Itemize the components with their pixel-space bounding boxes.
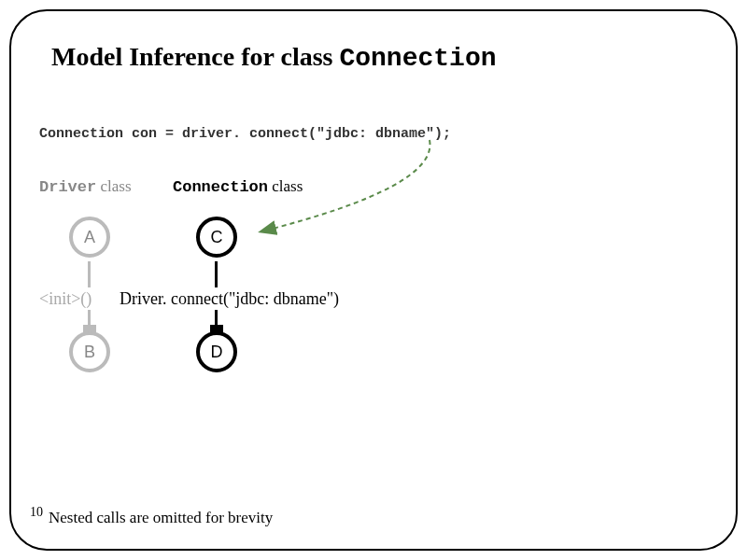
- title-mono: Connection: [339, 44, 496, 73]
- column-label-driver: Driver class: [39, 177, 132, 196]
- connection-mono: Connection: [173, 178, 268, 196]
- node-d: D: [196, 331, 237, 372]
- code-example: Connection con = driver. connect("jdbc: …: [39, 126, 451, 142]
- footnote-num: 10: [30, 505, 43, 519]
- driver-suffix: class: [96, 177, 131, 195]
- arrow-a-b-head-icon: [83, 325, 96, 334]
- footnote: 10Nested calls are omitted for brevity: [30, 505, 273, 527]
- connection-suffix: class: [268, 177, 303, 195]
- arrow-a-b-upper: [88, 261, 91, 287]
- driver-mono: Driver: [39, 178, 96, 196]
- node-a: A: [69, 217, 110, 258]
- arrow-c-d-head-icon: [210, 325, 223, 334]
- page-title: Model Inference for class Connection: [51, 42, 496, 73]
- slide-border: [9, 9, 738, 551]
- edge-label-driverconnect: Driver. connect("jdbc: dbname"): [120, 289, 339, 309]
- arrow-c-d-upper: [215, 261, 218, 287]
- column-label-connection: Connection class: [173, 177, 303, 196]
- footnote-text: Nested calls are omitted for brevity: [49, 509, 273, 526]
- node-b: B: [69, 331, 110, 372]
- title-prefix: Model Inference for class: [51, 42, 339, 71]
- edge-label-init: <init>(): [39, 289, 92, 309]
- node-c: C: [196, 217, 237, 258]
